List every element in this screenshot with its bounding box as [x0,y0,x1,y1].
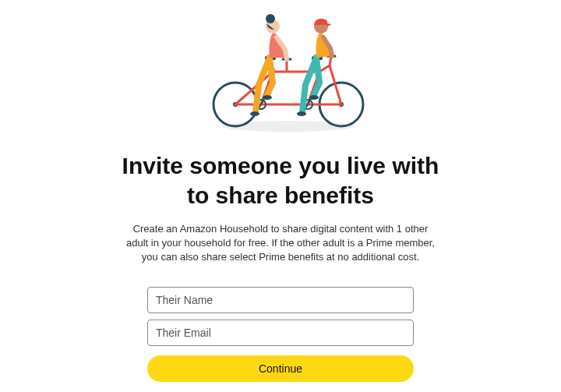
tandem-bike-illustration [187,11,374,136]
page-description: Create an Amazon Household to share digi… [125,222,436,265]
invite-form: Continue [147,287,414,382]
svg-point-22 [266,14,275,23]
svg-point-20 [263,95,272,100]
svg-point-19 [250,111,259,116]
svg-point-24 [309,95,319,100]
continue-button[interactable]: Continue [147,355,414,382]
page-heading: Invite someone you live with to share be… [117,151,444,210]
email-input[interactable] [147,320,414,346]
name-input[interactable] [147,287,414,313]
svg-point-23 [297,111,306,116]
